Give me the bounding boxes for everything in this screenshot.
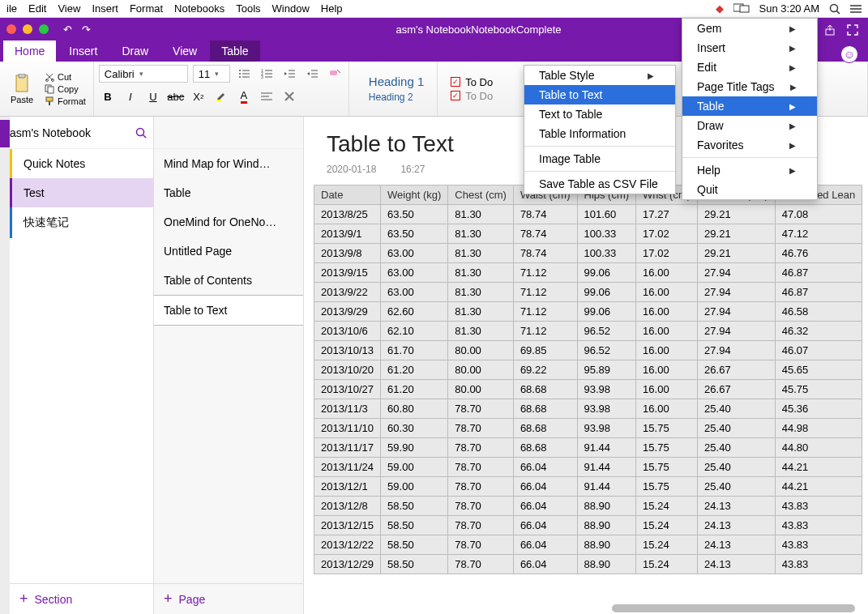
add-section-button[interactable]: +Section bbox=[10, 583, 153, 614]
menu-item[interactable]: Table▶ bbox=[682, 96, 817, 116]
table-row[interactable]: 2013/10/1361.7080.0069.8596.5216.0027.94… bbox=[314, 341, 862, 360]
copy-button[interactable]: Copy bbox=[42, 83, 88, 95]
paste-button[interactable]: Paste bbox=[5, 74, 39, 104]
highlight-icon[interactable] bbox=[212, 87, 230, 105]
traffic-lights[interactable] bbox=[6, 24, 49, 34]
menu-item[interactable]: Insert▶ bbox=[682, 38, 817, 58]
horizontal-scrollbar[interactable] bbox=[612, 604, 855, 612]
menubar-item[interactable]: Tools bbox=[236, 2, 260, 15]
strikethrough-icon[interactable]: abc bbox=[167, 87, 185, 105]
table-row[interactable]: 2013/9/863.0081.3078.74100.3317.0229.214… bbox=[314, 244, 862, 263]
ribbon-tab-table[interactable]: Table bbox=[210, 41, 259, 62]
outdent-icon[interactable] bbox=[280, 65, 298, 83]
clear-formatting-icon[interactable] bbox=[326, 65, 344, 83]
table-header[interactable]: Weight (kg) bbox=[381, 185, 448, 205]
section-item[interactable]: 快速笔记 bbox=[10, 207, 153, 238]
table-row[interactable]: 2013/8/2563.5081.3078.74101.6017.2729.21… bbox=[314, 205, 862, 224]
table-row[interactable]: 2013/9/2263.0081.3071.1299.0616.0027.944… bbox=[314, 283, 862, 302]
styles-gallery[interactable]: Heading 1 Heading 2 bbox=[354, 73, 432, 104]
data-table[interactable]: DateWeight (kg)Chest (cm)Waist (cm)Hips … bbox=[314, 185, 862, 574]
font-color-icon[interactable]: A bbox=[235, 87, 253, 105]
table-row[interactable]: 2013/9/163.5081.3078.74100.3317.0229.214… bbox=[314, 224, 862, 244]
displays-icon[interactable] bbox=[733, 3, 750, 14]
table-row[interactable]: 2013/9/2962.6081.3071.1299.0616.0027.944… bbox=[314, 302, 862, 322]
menubar-item[interactable]: Window bbox=[272, 2, 310, 15]
table-header[interactable]: Date bbox=[314, 185, 381, 205]
delete-icon[interactable] bbox=[280, 87, 298, 105]
add-page-button[interactable]: +Page bbox=[154, 583, 303, 614]
feedback-smiley-icon[interactable]: ☺ bbox=[840, 45, 858, 63]
numbering-icon[interactable]: 123 bbox=[258, 65, 276, 83]
menu-item[interactable]: Favorites▶ bbox=[682, 135, 817, 155]
menubar-item[interactable]: Insert bbox=[92, 2, 118, 15]
table-header[interactable]: Chest (cm) bbox=[448, 185, 514, 205]
align-icon[interactable] bbox=[258, 87, 276, 105]
table-row[interactable]: 2013/10/662.1081.3071.1296.5216.0027.944… bbox=[314, 322, 862, 341]
table-row[interactable]: 2013/9/1563.0081.3071.1299.0616.0027.944… bbox=[314, 263, 862, 283]
menubar-item[interactable]: Format bbox=[130, 2, 163, 15]
ribbon-tab-draw[interactable]: Draw bbox=[110, 41, 160, 62]
notebook-name[interactable]: asm's Notebook bbox=[10, 126, 91, 139]
table-row[interactable]: 2013/11/360.8078.7068.6893.9816.0025.404… bbox=[314, 399, 862, 419]
subscript-icon[interactable]: X2 bbox=[190, 87, 207, 105]
menu-item[interactable]: Table Information bbox=[524, 124, 675, 143]
page-item[interactable]: Untitled Page bbox=[154, 237, 303, 266]
notebook-tabs-bar[interactable] bbox=[0, 117, 10, 614]
bullets-icon[interactable] bbox=[235, 65, 253, 83]
table-row[interactable]: 2013/12/2958.5078.7066.0488.9015.2424.13… bbox=[314, 555, 862, 574]
indent-icon[interactable] bbox=[303, 65, 321, 83]
menu-item[interactable]: Edit▶ bbox=[682, 58, 817, 77]
page-item[interactable]: Table to Text bbox=[154, 295, 303, 326]
menubar-item[interactable]: Help bbox=[321, 2, 343, 15]
bold-icon[interactable]: B bbox=[99, 87, 117, 105]
page-item[interactable]: Table of Contents bbox=[154, 266, 303, 295]
table-row[interactable]: 2013/11/2459.0078.7066.0491.4415.7525.40… bbox=[314, 458, 862, 477]
menubar-item[interactable]: View bbox=[58, 2, 80, 15]
spotlight-icon[interactable] bbox=[829, 3, 840, 15]
menu-item[interactable]: Save Table as CSV File bbox=[524, 174, 675, 194]
table-row[interactable]: 2013/11/1759.9078.7068.6891.4415.7525.40… bbox=[314, 438, 862, 458]
svg-rect-15 bbox=[49, 101, 50, 105]
font-size-combo[interactable]: 11▾ bbox=[193, 65, 230, 83]
page-item[interactable]: OneMind for OneNo… bbox=[154, 207, 303, 237]
menu-item[interactable]: Draw▶ bbox=[682, 116, 817, 135]
menu-item[interactable]: Image Table bbox=[524, 149, 675, 168]
menu-item[interactable]: Text to Table bbox=[524, 104, 675, 124]
italic-icon[interactable]: I bbox=[122, 87, 139, 105]
fullscreen-icon[interactable] bbox=[847, 24, 858, 36]
share-icon[interactable] bbox=[824, 24, 836, 36]
page-item[interactable]: Mind Map for Wind… bbox=[154, 149, 303, 178]
ribbon-tab-home[interactable]: Home bbox=[3, 41, 56, 62]
table-row[interactable]: 2013/12/2258.5078.7066.0488.9015.2424.13… bbox=[314, 535, 862, 555]
page-item[interactable]: Table bbox=[154, 178, 303, 207]
section-item[interactable]: Quick Notes bbox=[10, 149, 153, 178]
menubar-item[interactable]: Notebooks bbox=[174, 2, 224, 15]
table-row[interactable]: 2013/12/1558.5078.7066.0488.9015.2424.13… bbox=[314, 516, 862, 535]
redo-button[interactable]: ↷ bbox=[82, 23, 91, 36]
undo-button[interactable]: ↶ bbox=[63, 23, 72, 36]
table-row[interactable]: 2013/11/1060.3078.7068.6893.9815.7525.40… bbox=[314, 419, 862, 438]
table-row[interactable]: 2013/10/2061.2080.0069.2295.8916.0026.67… bbox=[314, 360, 862, 380]
menubar-item[interactable]: ile bbox=[6, 2, 17, 15]
menu-item[interactable]: Page Title Tags▶ bbox=[682, 77, 817, 96]
font-family-combo[interactable]: Calibri▾ bbox=[99, 65, 188, 83]
table-row[interactable]: 2013/12/858.5078.7066.0488.9015.2424.134… bbox=[314, 497, 862, 516]
menu-item[interactable]: Table to Text bbox=[524, 85, 675, 104]
menu-icon[interactable] bbox=[850, 4, 862, 14]
section-item[interactable]: Test bbox=[10, 178, 153, 207]
menu-item[interactable]: Quit bbox=[682, 180, 817, 199]
search-icon[interactable] bbox=[135, 127, 147, 139]
gem-menubar-icon[interactable]: ◆ bbox=[716, 2, 724, 15]
table-row[interactable]: 2013/12/159.0078.7066.0491.4415.7525.404… bbox=[314, 477, 862, 497]
cut-button[interactable]: Cut bbox=[42, 71, 88, 83]
underline-icon[interactable]: U bbox=[144, 87, 162, 105]
clock: Sun 3:20 AM bbox=[759, 2, 819, 15]
menubar-item[interactable]: Edit bbox=[28, 2, 46, 15]
ribbon-tab-insert[interactable]: Insert bbox=[58, 41, 109, 62]
table-row[interactable]: 2013/10/2761.2080.0068.6893.9816.0026.67… bbox=[314, 380, 862, 399]
ribbon-tab-view[interactable]: View bbox=[161, 41, 208, 62]
menu-item[interactable]: Help▶ bbox=[682, 160, 817, 180]
format-painter-button[interactable]: Format bbox=[42, 96, 88, 107]
menu-item[interactable]: Table Style▶ bbox=[524, 66, 675, 85]
menu-item[interactable]: Gem▶ bbox=[682, 19, 817, 38]
